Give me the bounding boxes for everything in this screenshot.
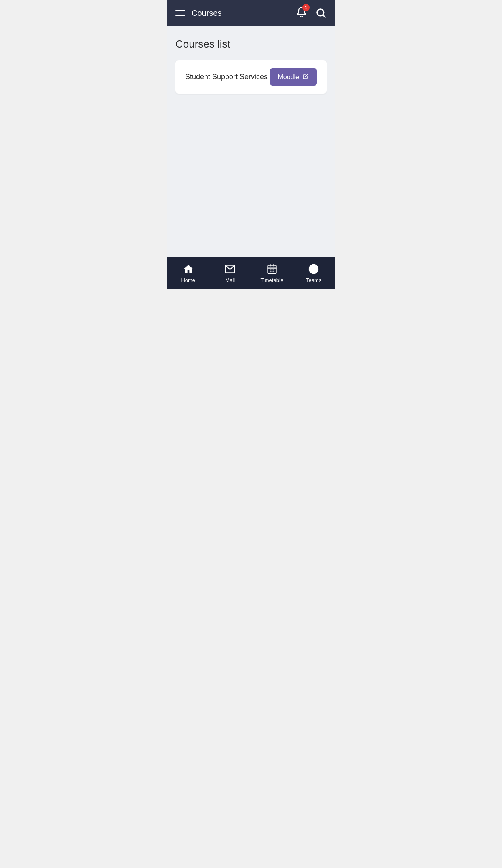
nav-item-timetable[interactable]: Timetable [251, 257, 293, 289]
moodle-button[interactable]: Moodle [270, 68, 317, 86]
nav-label-teams: Teams [306, 277, 321, 283]
svg-line-2 [305, 74, 308, 77]
app-header: Courses 1 [167, 0, 335, 26]
nav-item-home[interactable]: Home [167, 257, 209, 289]
header-title: Courses [192, 8, 221, 18]
nav-label-home: Home [181, 277, 195, 283]
notification-button[interactable]: 1 [296, 6, 307, 19]
main-content: Courses list Student Support Services Mo… [167, 26, 335, 257]
mail-icon [224, 263, 236, 275]
external-link-icon [302, 73, 309, 81]
timetable-icon [266, 263, 278, 275]
course-card: Student Support Services Moodle [175, 60, 327, 94]
header-right: 1 [296, 6, 327, 19]
course-name: Student Support Services [185, 73, 268, 81]
home-icon [183, 263, 194, 275]
nav-label-timetable: Timetable [260, 277, 283, 283]
teams-icon [308, 263, 319, 275]
svg-line-1 [323, 15, 325, 17]
nav-item-mail[interactable]: Mail [209, 257, 251, 289]
page-title: Courses list [175, 38, 327, 50]
nav-item-teams[interactable]: Teams [293, 257, 335, 289]
header-left: Courses [175, 8, 221, 18]
notification-badge: 1 [302, 4, 310, 11]
search-icon[interactable] [315, 7, 327, 19]
bottom-nav: Home Mail Timetable [167, 257, 335, 289]
nav-label-mail: Mail [225, 277, 235, 283]
menu-button[interactable] [175, 10, 185, 16]
